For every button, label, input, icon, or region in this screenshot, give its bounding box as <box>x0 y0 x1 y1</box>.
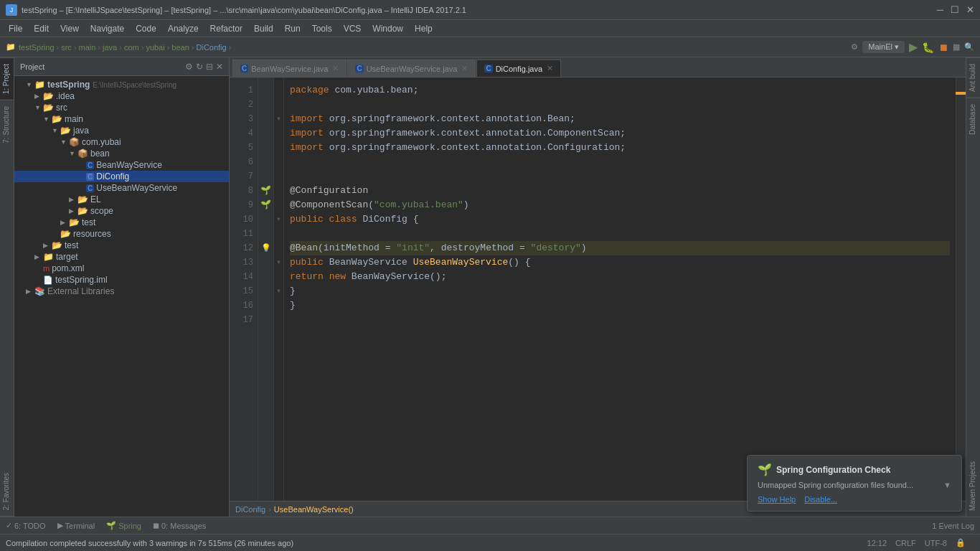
menu-edit[interactable]: Edit <box>28 22 55 35</box>
code-content[interactable]: package com.yubai.bean; import org.sprin… <box>284 77 956 501</box>
menu-tools[interactable]: Tools <box>306 22 338 35</box>
menu-view[interactable]: View <box>55 22 85 35</box>
tree-item-main[interactable]: ▼ 📂 main <box>14 113 229 125</box>
editor-scrollbar[interactable] <box>956 77 966 501</box>
tree-item-test-java[interactable]: ▶ 📂 test <box>14 217 229 228</box>
ant-build-tab[interactable]: Ant build <box>966 57 980 98</box>
line-num-12: 12 <box>234 241 253 255</box>
layout-button[interactable]: ▦ <box>953 42 960 52</box>
editor-crumb-method[interactable]: UseBeanWayService() <box>274 505 354 514</box>
tree-item-el[interactable]: ▶ 📂 EL <box>14 194 229 205</box>
todo-label: 6: TODO <box>14 522 46 530</box>
crumb-com[interactable]: com <box>124 43 139 52</box>
code-line-7 <box>290 169 950 184</box>
maven-projects-tab[interactable]: Maven Projects <box>966 456 980 517</box>
tree-item-comyubai[interactable]: ▼ 📦 com.yubai <box>14 136 229 148</box>
code-editor[interactable]: 1 2 3 4 5 6 7 8 9 10 11 12 13 14 15 16 1 <box>230 77 966 501</box>
tree-item-src[interactable]: ▼ 📂 src <box>14 102 229 113</box>
side-tab-project[interactable]: 1: Project <box>0 57 14 100</box>
crumb-diconfig[interactable]: DiConfig <box>197 43 227 52</box>
bottom-tab-spring[interactable]: 🌱 Spring <box>106 521 141 530</box>
toolbar-settings-icon[interactable]: ⚙ <box>851 42 858 52</box>
tree-item-bean[interactable]: ▼ 📦 bean <box>14 148 229 159</box>
bottom-tab-terminal[interactable]: ▶ Terminal <box>57 521 95 530</box>
menu-analyze[interactable]: Analyze <box>162 22 204 35</box>
tree-item-pomxml[interactable]: m pom.xml <box>14 263 229 274</box>
tree-label-test-java: test <box>82 217 95 227</box>
project-sync-icon[interactable]: ↻ <box>196 62 203 72</box>
tree-item-testspring[interactable]: ▼ 📁 testSpring E:\IntelliJSpace\testSpri… <box>14 79 229 90</box>
crumb-java[interactable]: java <box>103 43 117 52</box>
menu-bar: File Edit View Navigate Code Analyze Ref… <box>0 20 980 37</box>
menu-help[interactable]: Help <box>409 22 438 35</box>
side-tab-structure[interactable]: 7: Structure <box>0 100 14 149</box>
expand-notification-icon[interactable]: ▼ <box>943 481 951 489</box>
menu-run[interactable]: Run <box>279 22 306 35</box>
java-class-icon: C <box>86 161 94 169</box>
menu-code[interactable]: Code <box>130 22 162 35</box>
disable-link[interactable]: Disable... <box>804 495 837 504</box>
bottom-tab-messages[interactable]: ◼ 0: Messages <box>153 521 206 530</box>
title-text: testSpring – [E:\IntelliJSpace\testSprin… <box>22 6 466 14</box>
run-config-selector[interactable]: MainEl ▾ <box>862 41 905 53</box>
tab-usebeanwayservice[interactable]: C UseBeanWayService.java ✕ <box>347 60 476 77</box>
tab-diconfig[interactable]: C DiConfig.java ✕ <box>476 60 561 77</box>
tree-item-external-libraries[interactable]: ▶ 📚 External Libraries <box>14 286 229 297</box>
side-tab-favorites[interactable]: 2: Favorites <box>0 467 14 517</box>
menu-build[interactable]: Build <box>248 22 279 35</box>
code-line-5: import org.springframework.context.annot… <box>290 141 950 155</box>
tree-item-scope[interactable]: ▶ 📂 scope <box>14 205 229 217</box>
menu-window[interactable]: Window <box>367 22 409 35</box>
status-message: Compilation completed successfully with … <box>6 539 867 547</box>
database-tab[interactable]: Database <box>966 98 980 141</box>
line-num-5: 5 <box>234 141 253 155</box>
encoding[interactable]: UTF-8 <box>925 539 947 547</box>
expand-icon: ▶ <box>43 242 52 249</box>
menu-vcs[interactable]: VCS <box>338 22 367 35</box>
project-close-icon[interactable]: ✕ <box>216 62 223 72</box>
menu-navigate[interactable]: Navigate <box>85 22 130 35</box>
project-collapse-icon[interactable]: ⊟ <box>206 62 213 72</box>
stop-button[interactable]: ⏹ <box>938 42 948 53</box>
bottom-tab-todo[interactable]: ✓ 6: TODO <box>6 521 46 530</box>
tree-item-resources[interactable]: 📂 resources <box>14 228 229 240</box>
crumb-main[interactable]: main <box>79 43 96 52</box>
tree-item-target[interactable]: ▶ 📁 target <box>14 251 229 263</box>
tree-item-idea[interactable]: ▶ 📂 .idea <box>14 90 229 102</box>
line-col[interactable]: 12:12 <box>867 539 887 547</box>
tab-close-beanwayservice[interactable]: ✕ <box>332 64 339 73</box>
search-everywhere-button[interactable]: 🔍 <box>964 42 974 52</box>
tree-item-iml[interactable]: 📄 testSpring.iml <box>14 274 229 286</box>
status-bar: Compilation completed successfully with … <box>0 534 980 551</box>
tree-item-test-src[interactable]: ▶ 📂 test <box>14 240 229 251</box>
event-log[interactable]: 1 Event Log <box>932 522 974 530</box>
tabs-bar: C BeanWayService.java ✕ C UseBeanWayServ… <box>230 57 966 77</box>
maximize-button[interactable]: ☐ <box>951 4 959 15</box>
run-button[interactable]: ▶ <box>909 40 918 54</box>
crumb-bean[interactable]: bean <box>171 43 189 52</box>
menu-refactor[interactable]: Refactor <box>204 22 248 35</box>
project-settings-icon[interactable]: ⚙ <box>185 62 193 72</box>
crumb-testspring[interactable]: testSpring <box>19 43 55 52</box>
debug-button[interactable]: 🐛 <box>922 42 934 53</box>
tab-close-usebeanwayservice[interactable]: ✕ <box>461 64 468 73</box>
terminal-icon: ▶ <box>57 521 63 530</box>
show-help-link[interactable]: Show Help <box>758 495 796 504</box>
line-num-4: 4 <box>234 126 253 141</box>
menu-file[interactable]: File <box>3 22 28 35</box>
tree-item-beanwayservice[interactable]: C BeanWayService <box>14 159 229 171</box>
tree-item-java[interactable]: ▼ 📂 java <box>14 125 229 136</box>
maven-icon: m <box>43 264 50 273</box>
editor-crumb-diconfig[interactable]: DiConfig <box>235 505 265 514</box>
line-sep[interactable]: CRLF <box>895 539 916 547</box>
close-button[interactable]: ✕ <box>966 4 974 15</box>
tab-beanwayservice[interactable]: C BeanWayService.java ✕ <box>232 60 347 77</box>
crumb-yubai[interactable]: yubai <box>146 43 164 52</box>
breadcrumb-bar: 📁 testSpring › src › main › java › com ›… <box>0 37 980 57</box>
tree-item-usebeanwayservice[interactable]: C UseBeanWayService <box>14 182 229 194</box>
line-num-8: 8 <box>234 184 253 198</box>
crumb-src[interactable]: src <box>61 43 72 52</box>
tree-item-diconfig[interactable]: C DiConfig <box>14 171 229 182</box>
tab-close-diconfig[interactable]: ✕ <box>547 64 553 73</box>
minimize-button[interactable]: ─ <box>937 4 943 15</box>
